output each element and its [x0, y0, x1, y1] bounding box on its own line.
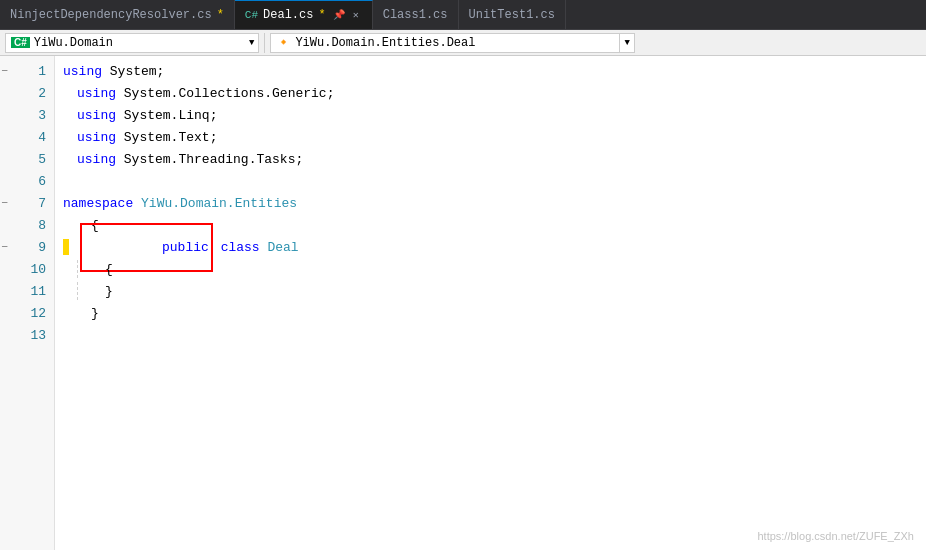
code-line-6: [63, 170, 926, 192]
dropdown-bar: C# YiWu.Domain ▼ 🔸 YiWu.Domain.Entities.…: [0, 30, 926, 56]
tab-deal-icon: C#: [245, 9, 258, 21]
line-num-12: 12: [0, 302, 54, 324]
tab-pin-icon[interactable]: 📌: [333, 9, 345, 21]
line-num-7: — 7: [0, 192, 54, 214]
line-num-4: 4: [0, 126, 54, 148]
namespace-name: YiWu.Domain.Entities: [141, 196, 297, 211]
indent-guide-11: [77, 282, 78, 300]
code-line-3: using System.Linq;: [63, 104, 926, 126]
code-content[interactable]: using System; using System.Collections.G…: [55, 56, 926, 550]
code-line-11: }: [63, 280, 926, 302]
public-keyword-highlighted: public: [80, 223, 213, 272]
yellow-indicator: [63, 239, 69, 255]
tab-bar: NinjectDependencyResolver.cs * C# Deal.c…: [0, 0, 926, 30]
tab-ninject-label: NinjectDependencyResolver.cs: [10, 8, 212, 22]
collapse-7[interactable]: —: [2, 198, 7, 208]
line-num-2: 2: [0, 82, 54, 104]
member-icon: 🔸: [276, 35, 291, 50]
line-num-10: 10: [0, 258, 54, 280]
code-line-2: using System.Collections.Generic;: [63, 82, 926, 104]
tab-class1-label: Class1.cs: [383, 8, 448, 22]
code-line-1: using System;: [63, 60, 926, 82]
csharp-icon: C#: [11, 37, 30, 48]
kw-using-1: using: [63, 64, 102, 79]
watermark: https://blog.csdn.net/ZUFE_ZXh: [757, 530, 914, 542]
editor-area: — 1 2 3 4 5 6 — 7 8 — 9 10 11 12 13: [0, 56, 926, 550]
namespace-dropdown-arrow[interactable]: ▼: [245, 33, 259, 53]
line-num-11: 11: [0, 280, 54, 302]
namespace-dropdown[interactable]: C# YiWu.Domain: [5, 33, 245, 53]
kw-using-2: using: [77, 86, 116, 101]
tab-unittest1[interactable]: UnitTest1.cs: [459, 0, 566, 29]
code-line-7: namespace YiWu.Domain.Entities: [63, 192, 926, 214]
line-numbers-gutter: — 1 2 3 4 5 6 — 7 8 — 9 10 11 12 13: [0, 56, 55, 550]
namespace-label: YiWu.Domain: [34, 36, 113, 50]
line-num-13: 13: [0, 324, 54, 346]
tab-deal-label: Deal.cs: [263, 8, 313, 22]
collapse-1[interactable]: —: [2, 66, 7, 76]
kw-namespace: namespace: [63, 196, 133, 211]
tab-ninject[interactable]: NinjectDependencyResolver.cs *: [0, 0, 235, 29]
line-num-3: 3: [0, 104, 54, 126]
dropdown-separator: [264, 33, 265, 53]
code-line-13: [63, 324, 926, 346]
tab-unittest1-label: UnitTest1.cs: [469, 8, 555, 22]
member-dropdown-arrow[interactable]: ▼: [620, 33, 634, 53]
code-line-12: }: [63, 302, 926, 324]
line-num-8: 8: [0, 214, 54, 236]
line-num-5: 5: [0, 148, 54, 170]
line-num-9: — 9: [0, 236, 54, 258]
member-dropdown[interactable]: 🔸 YiWu.Domain.Entities.Deal: [270, 33, 620, 53]
tab-deal-modified: *: [318, 8, 325, 22]
member-label: YiWu.Domain.Entities.Deal: [295, 36, 475, 50]
indent-guide-10: [77, 260, 78, 278]
kw-using-5: using: [77, 152, 116, 167]
code-line-5: using System.Threading.Tasks;: [63, 148, 926, 170]
line-num-1: — 1: [0, 60, 54, 82]
kw-class: class: [221, 240, 260, 255]
code-line-9: public class Deal: [63, 236, 926, 258]
tab-deal-close[interactable]: ✕: [350, 8, 362, 22]
kw-using-3: using: [77, 108, 116, 123]
code-line-4: using System.Text;: [63, 126, 926, 148]
tab-class1[interactable]: Class1.cs: [373, 0, 459, 29]
tab-ninject-modified: *: [217, 8, 224, 22]
kw-using-4: using: [77, 130, 116, 145]
collapse-9[interactable]: —: [2, 242, 7, 252]
tab-deal[interactable]: C# Deal.cs * 📌 ✕: [235, 0, 373, 29]
line-num-6: 6: [0, 170, 54, 192]
class-name: Deal: [267, 240, 298, 255]
editor-wrapper: — 1 2 3 4 5 6 — 7 8 — 9 10 11 12 13: [0, 56, 926, 550]
